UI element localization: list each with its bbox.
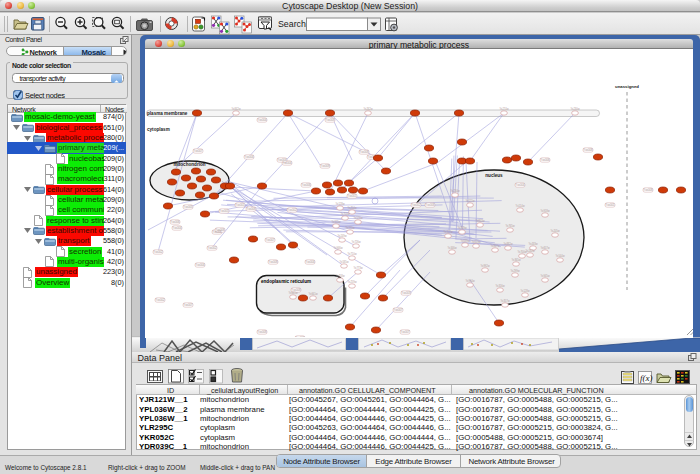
svg-text:Yxx006: Yxx006	[425, 203, 435, 207]
svg-text:Yx274w: Yx274w	[499, 107, 508, 111]
svg-text:Search:: Search:	[278, 19, 308, 29]
svg-text:Yx765w: Yx765w	[505, 224, 514, 228]
svg-text:Yx771w: Yx771w	[345, 226, 354, 230]
svg-text:Yx994w: Yx994w	[465, 279, 474, 283]
svg-text:Yxx006: Yxx006	[540, 158, 550, 162]
svg-text:Yxx002: Yxx002	[153, 250, 163, 254]
svg-text:Yx399w: Yx399w	[457, 226, 466, 230]
svg-text:Yxx008: Yxx008	[268, 260, 278, 264]
svg-text:Yxx005: Yxx005	[183, 205, 193, 209]
svg-text:plasma membrane: plasma membrane	[147, 111, 188, 116]
svg-text:Yxx004: Yxx004	[515, 183, 525, 187]
svg-text:Yxx008: Yxx008	[246, 207, 256, 211]
svg-text:Yxx004: Yxx004	[257, 118, 267, 122]
svg-text:Yx128w: Yx128w	[335, 202, 344, 206]
svg-text:Yx925w: Yx925w	[331, 220, 340, 224]
svg-text:Yx242w: Yx242w	[525, 249, 534, 253]
svg-text:Yxx007: Yxx007	[393, 308, 403, 312]
svg-text:Yx639w: Yx639w	[460, 239, 469, 243]
svg-text:cytoplasm: cytoplasm	[147, 127, 170, 132]
svg-text:Yxx008: Yxx008	[257, 330, 267, 334]
svg-text:Yxx004: Yxx004	[172, 226, 182, 230]
svg-text:Yx726w: Yx726w	[351, 240, 360, 244]
svg-text:Yx433w: Yx433w	[528, 242, 537, 246]
svg-text:Yxx008: Yxx008	[325, 118, 335, 122]
svg-text:Yx230w: Yx230w	[570, 107, 579, 111]
svg-text:Yxx004: Yxx004	[277, 158, 287, 162]
svg-text:Yxx001: Yxx001	[347, 194, 357, 198]
svg-text:Yx843w: Yx843w	[475, 219, 484, 223]
svg-text:Yxx002: Yxx002	[207, 246, 217, 250]
svg-text:Yxx003: Yxx003	[401, 291, 411, 295]
svg-text:Yxx009: Yxx009	[320, 164, 330, 168]
svg-text:Yx704w: Yx704w	[340, 212, 349, 216]
svg-text:Yx259w: Yx259w	[347, 280, 356, 284]
svg-text:Yx365w: Yx365w	[511, 258, 520, 262]
svg-text:Yx882w: Yx882w	[503, 242, 512, 246]
svg-text:Yx842w: Yx842w	[231, 107, 240, 111]
svg-text:Yxx004: Yxx004	[305, 260, 315, 264]
svg-text:Yxx007: Yxx007	[265, 238, 275, 242]
svg-text:Yx128w: Yx128w	[520, 289, 529, 293]
svg-text:Yx114w: Yx114w	[515, 204, 524, 208]
svg-text:Yxx002: Yxx002	[155, 298, 165, 302]
svg-text:Yx918w: Yx918w	[540, 209, 549, 213]
svg-text:Yx700w: Yx700w	[517, 250, 526, 254]
svg-text:Yxx001: Yxx001	[605, 203, 615, 207]
svg-text:Yxx004: Yxx004	[195, 263, 205, 267]
svg-text:Yxx006: Yxx006	[215, 228, 225, 232]
svg-text:Yx205w: Yx205w	[550, 229, 559, 233]
svg-text:mitochondrion: mitochondrion	[173, 162, 205, 167]
svg-text:Yxx001: Yxx001	[235, 203, 245, 207]
svg-text:Yx262w: Yx262w	[363, 107, 372, 111]
svg-text:Yx945w: Yx945w	[540, 274, 549, 278]
svg-text:Yx357w: Yx357w	[500, 299, 509, 303]
svg-text:Yx254w: Yx254w	[347, 206, 356, 210]
svg-text:Yx661w: Yx661w	[288, 291, 297, 295]
svg-text:nucleus: nucleus	[485, 173, 503, 178]
svg-text:Yxx008: Yxx008	[359, 150, 369, 154]
svg-text:Yx544w: Yx544w	[555, 254, 564, 258]
svg-text:Yxx002: Yxx002	[411, 203, 421, 207]
svg-text:Yxx006: Yxx006	[170, 220, 180, 224]
svg-text:Yxx005: Yxx005	[219, 209, 229, 213]
svg-text:Yxx007: Yxx007	[400, 330, 410, 334]
svg-text:Yxx007: Yxx007	[193, 149, 203, 153]
svg-text:Yx867w: Yx867w	[490, 244, 499, 248]
svg-text:Yx317w: Yx317w	[443, 230, 452, 234]
svg-text:Yx299w: Yx299w	[510, 269, 519, 273]
svg-text:Yx773w: Yx773w	[353, 266, 362, 270]
svg-text:Yxx002: Yxx002	[287, 208, 297, 212]
svg-text:Yx661w: Yx661w	[308, 292, 317, 296]
svg-text:Yxx007: Yxx007	[183, 303, 193, 307]
svg-text:Yxx006: Yxx006	[301, 183, 311, 187]
svg-text:Yxx008: Yxx008	[583, 148, 593, 152]
svg-text:Yx249w: Yx249w	[337, 234, 346, 238]
svg-text:Yx576w: Yx576w	[353, 216, 362, 220]
svg-text:endoplasmic reticulum: endoplasmic reticulum	[261, 279, 311, 284]
svg-text:Yx613w: Yx613w	[471, 240, 480, 244]
svg-text:Yx346w: Yx346w	[447, 246, 456, 250]
svg-text:Yx234w: Yx234w	[450, 189, 459, 193]
svg-text:Yxx004: Yxx004	[244, 155, 254, 159]
svg-text:unassigned: unassigned	[615, 84, 639, 89]
svg-text:Yx121w: Yx121w	[465, 199, 474, 203]
svg-text:Yx316w: Yx316w	[495, 284, 504, 288]
svg-text:Yx657w: Yx657w	[540, 246, 549, 250]
svg-text:Yx710w: Yx710w	[347, 252, 356, 256]
svg-text:Yx992w: Yx992w	[480, 264, 489, 268]
svg-text:Yx585w: Yx585w	[339, 260, 348, 264]
svg-text:Yx458w: Yx458w	[335, 274, 344, 278]
svg-text:Yxx008: Yxx008	[643, 188, 653, 192]
svg-text:Yxx002: Yxx002	[295, 336, 305, 337]
svg-text:Yx946w: Yx946w	[333, 246, 342, 250]
svg-text:f(x): f(x)	[640, 373, 653, 383]
